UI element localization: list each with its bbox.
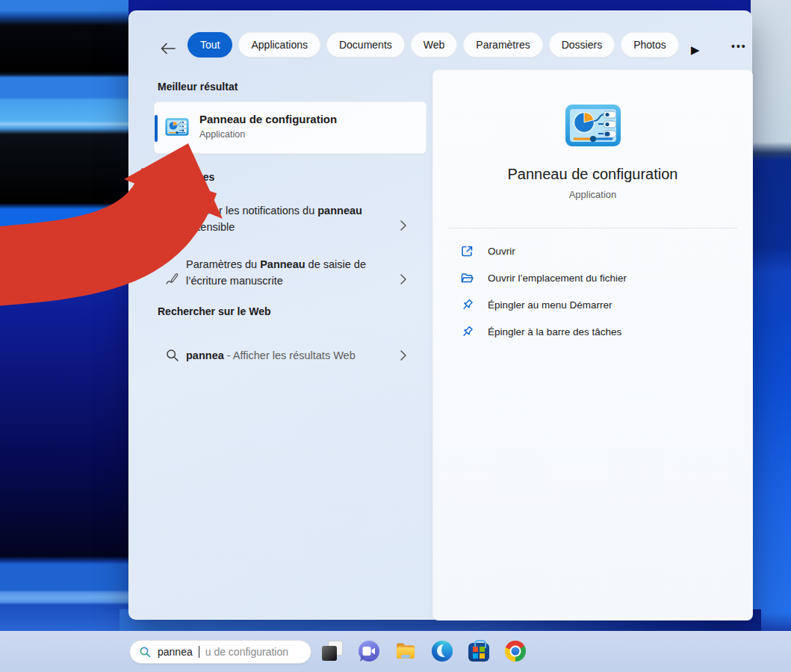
open-icon xyxy=(460,244,474,258)
taskbar: panneau de configuration xyxy=(0,631,791,672)
action-label: Ouvrir l’emplacement du fichier xyxy=(488,273,627,284)
action-label: Épingler au menu Démarrer xyxy=(488,299,612,311)
settings-section-header: Paramètres xyxy=(158,171,214,183)
store-grid xyxy=(473,647,485,659)
back-arrow-icon xyxy=(159,41,177,56)
tab-parametres[interactable]: Paramètres xyxy=(463,32,542,57)
search-suggestion-text: u de configuration xyxy=(205,646,288,658)
settings-result-label: Paramètres du Panneau de saisie de l’écr… xyxy=(186,256,382,289)
folder-icon xyxy=(395,641,416,662)
action-label: Épingler à la barre des tâches xyxy=(488,326,621,337)
selection-accent-bar xyxy=(155,115,158,142)
folder-open-icon xyxy=(460,271,474,285)
web-search-result[interactable]: pannea - Afficher les résultats Web xyxy=(154,337,426,374)
search-icon xyxy=(165,348,180,363)
web-search-header: Rechercher sur le Web xyxy=(158,305,270,317)
action-label: Ouvrir xyxy=(488,246,515,257)
control-panel-icon xyxy=(165,117,189,137)
more-options-ellipsis-icon[interactable]: ••• xyxy=(731,41,747,52)
label-match: Panneau xyxy=(260,258,305,270)
back-button[interactable] xyxy=(159,41,177,56)
label-post: - Afficher les résultats Web xyxy=(224,349,356,361)
control-panel-icon-large xyxy=(565,104,621,147)
text-caret xyxy=(199,646,199,658)
best-result-header: Meilleur résultat xyxy=(158,81,238,93)
tab-photos[interactable]: Photos xyxy=(621,32,679,57)
label-match: panneau xyxy=(317,205,362,217)
pin-icon xyxy=(460,298,474,312)
label-post: extensible xyxy=(186,221,235,233)
tab-web[interactable]: Web xyxy=(411,32,458,57)
action-open-file-location[interactable]: Ouvrir l’emplacement du fichier xyxy=(433,264,752,291)
chevron-right-icon xyxy=(400,273,407,285)
label-match: pannea xyxy=(186,349,224,361)
desktop-wallpaper-left xyxy=(0,0,128,631)
action-pin-start[interactable]: Épingler au menu Démarrer xyxy=(433,291,752,318)
taskbar-icon-chrome[interactable] xyxy=(505,641,526,662)
tab-tout[interactable]: Tout xyxy=(187,32,232,57)
action-list: Ouvrir Ouvrir l’emplacement du fichier xyxy=(433,237,752,345)
square-front xyxy=(322,646,337,661)
notification-panel-icon xyxy=(165,218,180,233)
detail-title: Panneau de configuration xyxy=(433,166,752,183)
tab-applications[interactable]: Applications xyxy=(238,32,320,57)
taskbar-icon-task-view[interactable] xyxy=(322,641,343,662)
label-pre: Afficher les notifications du xyxy=(186,205,317,217)
taskbar-icon-chat[interactable] xyxy=(359,641,379,662)
settings-result-label: Afficher les notifications du panneau ex… xyxy=(186,202,382,235)
search-flyout-window: Tout Applications Documents Web Paramètr… xyxy=(128,10,752,620)
label-pre: Paramètres du xyxy=(186,258,260,270)
handwriting-pen-icon xyxy=(165,272,180,287)
video-camera-icon xyxy=(362,646,376,656)
action-open[interactable]: Ouvrir xyxy=(433,237,752,264)
web-search-label: pannea - Afficher les résultats Web xyxy=(186,347,382,364)
taskbar-search-input[interactable]: panneau de configuration xyxy=(129,640,311,664)
pin-icon xyxy=(460,325,474,339)
tab-dossiers[interactable]: Dossiers xyxy=(549,32,615,57)
search-filter-tabs: Tout Applications Documents Web Paramètr… xyxy=(187,32,679,57)
search-typed-text: pannea xyxy=(158,646,193,658)
settings-result-notifications[interactable]: Afficher les notifications du panneau ex… xyxy=(154,202,426,249)
chevron-right-icon xyxy=(400,349,407,361)
tabs-overflow-play-icon[interactable]: ▶ xyxy=(691,44,700,55)
settings-result-handwriting[interactable]: Paramètres du Panneau de saisie de l’écr… xyxy=(154,256,426,302)
detail-subtitle: Application xyxy=(433,189,752,200)
taskbar-icon-edge[interactable] xyxy=(432,641,453,662)
best-result-item[interactable]: Panneau de configuration Application xyxy=(154,102,426,154)
desktop-wallpaper-right xyxy=(751,0,791,631)
best-result-text: Panneau de configuration Application xyxy=(199,111,337,141)
taskbar-icon-microsoft-store[interactable] xyxy=(468,643,489,662)
result-detail-panel: Panneau de configuration Application Ouv… xyxy=(432,69,753,620)
divider xyxy=(448,228,737,228)
chevron-right-icon xyxy=(400,220,407,231)
tab-documents[interactable]: Documents xyxy=(326,32,405,57)
search-icon xyxy=(139,646,152,659)
best-result-title: Panneau de configuration xyxy=(199,111,337,128)
best-result-subtitle: Application xyxy=(199,128,337,142)
action-pin-taskbar[interactable]: Épingler à la barre des tâches xyxy=(433,318,752,345)
taskbar-icon-file-explorer[interactable] xyxy=(395,641,416,662)
taskbar-app-icons xyxy=(322,641,526,662)
